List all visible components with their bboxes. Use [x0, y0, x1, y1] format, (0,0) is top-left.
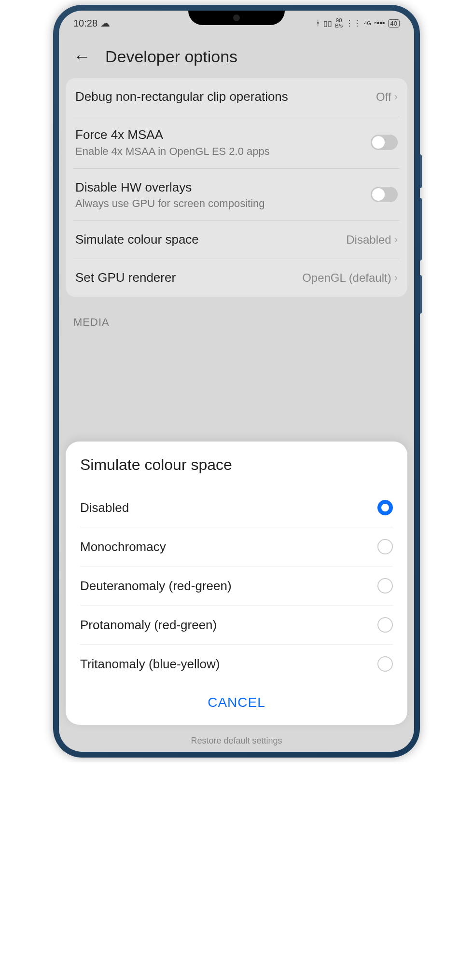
settings-card: Debug non-rectangular clip operations Of…: [66, 78, 407, 297]
wifi-icon: ⋮⋮: [346, 19, 361, 28]
radio-icon[interactable]: [377, 656, 393, 672]
setting-gpu-renderer[interactable]: Set GPU renderer OpenGL (default) ›: [73, 259, 400, 297]
setting-title: Simulate colour space: [75, 232, 346, 248]
option-protanomaly[interactable]: Protanomaly (red-green): [80, 606, 393, 645]
section-label-media: MEDIA: [59, 297, 414, 333]
option-label: Disabled: [80, 500, 129, 515]
toggle-switch[interactable]: [371, 187, 398, 202]
setting-title: Force 4x MSAA: [75, 127, 371, 143]
option-label: Deuteranomaly (red-green): [80, 579, 232, 594]
chevron-right-icon: ›: [394, 234, 398, 246]
chevron-right-icon: ›: [394, 272, 398, 284]
vibrate-icon: ▯▯: [323, 19, 332, 28]
setting-disable-hw-overlays[interactable]: Disable HW overlays Always use GPU for s…: [73, 169, 400, 221]
restore-hint: Restore default settings: [59, 736, 414, 746]
toggle-switch[interactable]: [371, 135, 398, 150]
radio-icon[interactable]: [377, 578, 393, 594]
notch: [188, 11, 285, 25]
page-header: ← Developer options: [59, 32, 414, 78]
side-button[interactable]: [420, 154, 422, 188]
setting-force-msaa[interactable]: Force 4x MSAA Enable 4x MSAA in OpenGL E…: [73, 116, 400, 169]
setting-value: Off: [376, 90, 391, 104]
option-tritanomaly[interactable]: Tritanomaly (blue-yellow): [80, 645, 393, 683]
volume-button[interactable]: [420, 198, 422, 261]
setting-simulate-colour-space[interactable]: Simulate colour space Disabled ›: [73, 221, 400, 259]
radio-icon[interactable]: [377, 500, 393, 515]
setting-title: Disable HW overlays: [75, 179, 371, 196]
status-time: 10:28: [73, 18, 97, 29]
back-arrow-icon[interactable]: ←: [73, 46, 91, 67]
setting-subtitle: Enable 4x MSAA in OpenGL ES 2.0 apps: [75, 145, 371, 158]
option-deuteranomaly[interactable]: Deuteranomaly (red-green): [80, 566, 393, 606]
option-label: Tritanomaly (blue-yellow): [80, 657, 220, 672]
radio-icon[interactable]: [377, 617, 393, 633]
signal-icon: ▫▪▪▪: [374, 19, 385, 28]
screen: 10:28 ☁ ᚼ ▯▯ 90B/s ⋮⋮ 4G ▫▪▪▪ 40 ← Devel…: [59, 11, 414, 752]
phone-frame: 10:28 ☁ ᚼ ▯▯ 90B/s ⋮⋮ 4G ▫▪▪▪ 40 ← Devel…: [53, 5, 420, 758]
setting-title: Debug non-rectangular clip operations: [75, 89, 376, 105]
option-label: Protanomaly (red-green): [80, 618, 217, 633]
option-label: Monochromacy: [80, 539, 166, 554]
net-type: 4G: [364, 21, 371, 26]
setting-subtitle: Always use GPU for screen compositing: [75, 197, 371, 210]
wechat-icon: ☁: [100, 17, 110, 29]
chevron-right-icon: ›: [394, 91, 398, 103]
power-button[interactable]: [420, 275, 422, 314]
radio-icon[interactable]: [377, 539, 393, 554]
setting-value: OpenGL (default): [302, 271, 391, 285]
setting-value: Disabled: [346, 233, 391, 247]
cancel-button[interactable]: CANCEL: [80, 683, 393, 713]
setting-debug-clip[interactable]: Debug non-rectangular clip operations Of…: [73, 78, 400, 116]
net-speed: 90B/s: [335, 18, 343, 28]
option-monochromacy[interactable]: Monochromacy: [80, 527, 393, 566]
bluetooth-icon: ᚼ: [316, 19, 320, 28]
page-title: Developer options: [105, 47, 237, 66]
option-disabled[interactable]: Disabled: [80, 488, 393, 527]
battery-icon: 40: [388, 19, 400, 28]
modal-title: Simulate colour space: [80, 456, 393, 474]
setting-title: Set GPU renderer: [75, 270, 302, 286]
colour-space-modal: Simulate colour space Disabled Monochrom…: [66, 442, 407, 725]
